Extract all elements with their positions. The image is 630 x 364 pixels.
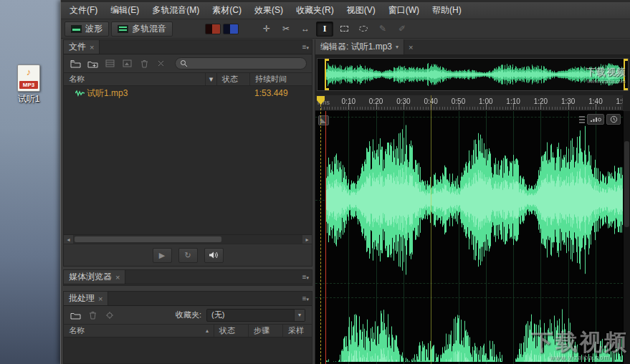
tab-close-icon[interactable]: ×	[115, 273, 120, 282]
overview-strip[interactable]	[317, 58, 629, 91]
auto-play-button[interactable]	[204, 248, 224, 263]
move-tool-button[interactable]: ✛	[258, 21, 275, 37]
grip-handle[interactable]	[579, 116, 585, 123]
menu-item[interactable]: 编辑(E)	[104, 2, 145, 19]
marquee-tool-button[interactable]	[335, 21, 353, 37]
ruler-tick-mark	[404, 104, 404, 110]
overview-range-handle-left[interactable]	[325, 59, 326, 90]
files-column-headers: 名称 ▾ 状态 持续时间	[64, 73, 312, 86]
tab-batch[interactable]: 批处理 ×	[64, 292, 108, 305]
lasso-tool-button[interactable]	[355, 21, 372, 37]
pencil-tool-button[interactable]: ✎	[374, 21, 391, 37]
file-list: 试听1.mp31:53.449	[64, 86, 312, 234]
ruler-tick-mark	[348, 104, 349, 110]
scroll-thumb[interactable]	[624, 141, 629, 227]
tab-close-icon[interactable]: ×	[409, 43, 413, 52]
favorites-label: 收藏夹:	[176, 310, 205, 320]
column-status[interactable]: 状态	[214, 325, 249, 337]
column-status[interactable]: 状态	[217, 73, 250, 85]
files-tabbar: 文件 × ≡▾	[64, 40, 312, 54]
insert-into-multitrack-button[interactable]	[102, 57, 118, 70]
menu-item[interactable]: 窗口(W)	[382, 2, 426, 19]
loop-playback-button[interactable]: ↻	[178, 248, 198, 263]
column-name[interactable]: 名称 ▴	[64, 325, 214, 337]
desktop-file-shortcut[interactable]: ♪ MP3 试听1	[6, 64, 52, 105]
file-name[interactable]: 试听1.mp3	[87, 87, 206, 100]
trash-button[interactable]	[136, 57, 152, 70]
panel-menu-icon[interactable]: ≡▾	[302, 273, 309, 281]
scroll-left-icon[interactable]: ◂	[64, 235, 73, 244]
media-browser-panel: 媒体浏览器 × ≡▾	[63, 269, 312, 286]
open-favorites-button[interactable]	[67, 308, 83, 322]
tab-editor[interactable]: 编辑器: 试听1.mp3 ▾	[315, 39, 404, 54]
menu-item[interactable]: 素材(C)	[206, 2, 248, 19]
tab-media-browser[interactable]: 媒体浏览器 ×	[64, 270, 125, 284]
editor-vertical-scrollbar[interactable]	[623, 111, 630, 364]
ruler-tick-mark	[513, 104, 514, 110]
menu-item[interactable]: 视图(V)	[340, 2, 382, 19]
scroll-thumb[interactable]	[75, 236, 221, 242]
panel-menu-icon[interactable]: ≡▾	[302, 43, 309, 51]
panel-menu-icon[interactable]: ≡▾	[302, 294, 309, 302]
time-selection-tool-button[interactable]: I	[316, 21, 333, 37]
multitrack-mode-button[interactable]: 多轨混音	[111, 21, 173, 37]
wave-controls	[579, 114, 621, 125]
waveform-display[interactable]	[315, 111, 623, 364]
dropdown-caret-icon[interactable]: ▾	[294, 310, 305, 321]
pencil-icon: ✎	[379, 24, 386, 34]
menu-item[interactable]: 效果(S)	[248, 2, 290, 19]
overview-range-handle-right[interactable]	[624, 59, 625, 90]
tab-dropdown-caret-icon[interactable]: ▾	[396, 44, 398, 50]
column-name[interactable]: 名称	[64, 73, 206, 85]
batch-list	[64, 337, 312, 363]
file-duration: 1:53.449	[250, 88, 312, 98]
trash-button[interactable]	[85, 308, 100, 322]
waveform-mode-button[interactable]: 波形	[65, 21, 109, 37]
open-file-button[interactable]	[67, 57, 83, 70]
favorites-dropdown[interactable]: (无) ▾	[206, 309, 305, 322]
search-box[interactable]	[175, 57, 307, 70]
column-sample[interactable]: 采样	[283, 325, 312, 337]
razor-tool-button[interactable]: ✂	[277, 21, 295, 37]
play-button[interactable]: ▶	[153, 248, 172, 263]
waveform-channel-left[interactable]	[315, 117, 623, 283]
slip-tool-button[interactable]: ↔	[297, 21, 314, 37]
marquee-icon	[340, 26, 348, 32]
brush-tool-button[interactable]: ✐	[393, 21, 411, 37]
media-browser-tabbar: 媒体浏览器 × ≡▾	[64, 270, 312, 284]
files-horizontal-scrollbar[interactable]: ◂ ▸	[64, 234, 312, 244]
time-ruler[interactable]: hms 0:100:200:300:400:501:001:101:201:30…	[315, 95, 623, 111]
multitrack-mode-label: 多轨混音	[132, 23, 166, 35]
slip-icon: ↔	[301, 24, 310, 34]
run-batch-button[interactable]	[102, 308, 118, 322]
import-file-button[interactable]	[85, 57, 100, 70]
show-in-media-browser-button[interactable]	[119, 57, 135, 70]
menu-item[interactable]: 多轨混音(M)	[145, 2, 206, 19]
search-input[interactable]	[191, 59, 302, 68]
column-steps[interactable]: 步骤	[249, 325, 283, 337]
menu-item[interactable]: 文件(F)	[63, 2, 104, 19]
clear-button[interactable]	[153, 57, 169, 70]
menu-item[interactable]: 帮助(H)	[426, 2, 468, 19]
file-row[interactable]: 试听1.mp31:53.449	[64, 86, 312, 100]
column-duration[interactable]: 持续时间	[250, 73, 312, 85]
waveform-channel-right[interactable]	[315, 297, 623, 362]
amplitude-scale-toggle[interactable]	[587, 114, 604, 125]
column-filter-icon[interactable]: ▾	[206, 73, 217, 85]
spectral-frequency-toggle[interactable]	[205, 24, 221, 34]
tab-close-icon[interactable]: ×	[90, 43, 94, 52]
tab-files[interactable]: 文件 ×	[64, 40, 100, 54]
tab-close-icon[interactable]: ×	[98, 294, 102, 303]
ibeam-icon: I	[323, 24, 327, 34]
batch-tabbar: 批处理 × ≡▾	[64, 292, 312, 306]
files-transport: ▶ ↻	[64, 244, 312, 266]
waveform-mode-label: 波形	[85, 23, 102, 35]
razor-icon: ✂	[282, 24, 290, 34]
time-display-toggle[interactable]	[606, 114, 621, 125]
spectral-pitch-toggle[interactable]	[223, 24, 239, 34]
scroll-right-icon[interactable]: ▸	[302, 235, 312, 244]
menu-item[interactable]: 收藏夹(R)	[290, 2, 340, 19]
scroll-track[interactable]	[73, 235, 302, 244]
search-icon	[180, 59, 188, 67]
editor-panel: hms 0:100:200:300:400:501:001:101:201:30…	[315, 55, 630, 364]
